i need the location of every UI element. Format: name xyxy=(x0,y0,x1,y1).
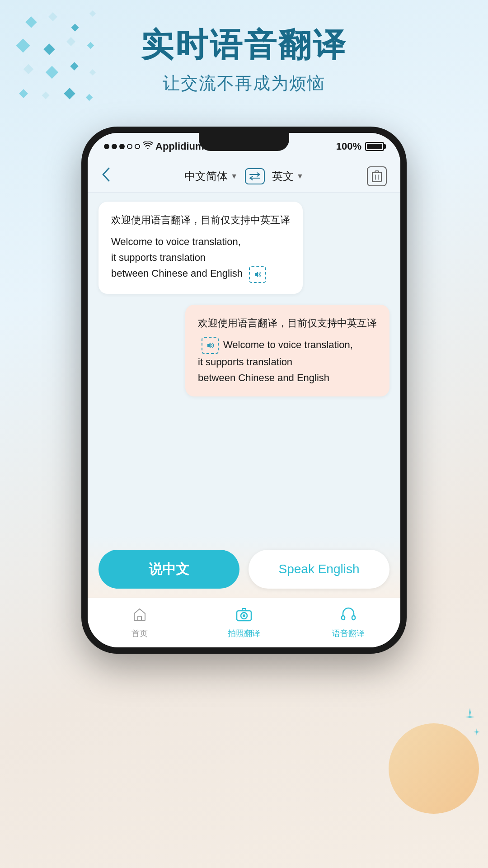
dot3 xyxy=(119,144,125,149)
tab-photo-label: 拍照翻译 xyxy=(228,628,260,639)
tab-bar: 首页 拍照翻译 xyxy=(88,598,400,647)
tab-voice[interactable]: 语音翻译 xyxy=(296,607,400,639)
tab-home-label: 首页 xyxy=(131,628,148,639)
speaker-button-right[interactable] xyxy=(202,337,219,354)
trash-area xyxy=(364,166,387,186)
bubble-left-chinese: 欢迎使用语言翻译，目前仅支持中英互译 xyxy=(111,212,290,227)
chat-area: 欢迎使用语言翻译，目前仅支持中英互译 Welcome to voice tran… xyxy=(88,193,400,536)
phone-outer: Applidium 11:27 AM 100% xyxy=(81,127,407,654)
bottom-action-area: 说中文 Speak English xyxy=(88,536,400,598)
dot1 xyxy=(104,144,109,149)
message-bubble-right: 欢迎使用语言翻译，目前仅支持中英互译 Welcome to voice tran… xyxy=(185,305,389,397)
target-language-button[interactable]: 英文 ▼ xyxy=(272,169,304,184)
tab-home[interactable]: 首页 xyxy=(88,607,192,639)
dot2 xyxy=(112,144,117,149)
page-header: 实时语音翻译 让交流不再成为烦恼 xyxy=(0,0,488,95)
back-button[interactable] xyxy=(101,167,124,186)
battery-icon xyxy=(365,142,384,151)
signal-dots xyxy=(104,144,140,149)
status-right: 100% xyxy=(336,141,384,152)
phone-notch xyxy=(199,133,289,151)
phone-mockup: Applidium 11:27 AM 100% xyxy=(81,127,407,654)
target-lang-arrow: ▼ xyxy=(296,172,304,180)
svg-rect-8 xyxy=(342,616,345,620)
dot5 xyxy=(135,144,140,149)
speaker-button-left[interactable] xyxy=(249,266,266,283)
bubble-right-english: Welcome to voice translation,it supports… xyxy=(198,337,377,386)
bubble-right-chinese: 欢迎使用语言翻译，目前仅支持中英互译 xyxy=(198,316,377,330)
phone-inner: Applidium 11:27 AM 100% xyxy=(88,133,400,647)
svg-point-7 xyxy=(243,614,245,617)
camera-icon xyxy=(236,607,252,625)
swap-language-button[interactable] xyxy=(245,168,265,184)
battery-fill xyxy=(367,144,382,149)
page-title: 实时语音翻译 xyxy=(0,27,488,63)
carrier-label: Applidium xyxy=(155,141,204,152)
message-bubble-left: 欢迎使用语言翻译，目前仅支持中英互译 Welcome to voice tran… xyxy=(99,202,303,294)
source-language-label: 中文简体 xyxy=(184,169,228,184)
dot4 xyxy=(127,144,132,149)
bubble-left-english: Welcome to voice translation,it supports… xyxy=(111,234,290,283)
nav-bar: 中文简体 ▼ 英文 ▼ xyxy=(88,160,400,193)
home-icon xyxy=(132,607,147,625)
headphone-icon xyxy=(340,607,357,625)
speak-chinese-button[interactable]: 说中文 xyxy=(99,550,239,589)
language-selector: 中文简体 ▼ 英文 ▼ xyxy=(124,168,364,184)
battery-percent: 100% xyxy=(336,141,361,152)
tab-voice-label: 语音翻译 xyxy=(332,628,365,639)
svg-rect-4 xyxy=(138,616,141,621)
page-subtitle: 让交流不再成为烦恼 xyxy=(0,72,488,95)
svg-rect-0 xyxy=(372,173,381,182)
wifi-icon xyxy=(143,142,153,152)
speak-english-button[interactable]: Speak English xyxy=(249,550,389,589)
trash-button[interactable] xyxy=(367,166,387,186)
source-language-button[interactable]: 中文简体 ▼ xyxy=(184,169,238,184)
target-language-label: 英文 xyxy=(272,169,294,184)
svg-rect-9 xyxy=(352,616,355,620)
source-lang-arrow: ▼ xyxy=(230,172,238,180)
decorative-sparkles xyxy=(456,703,483,741)
status-left: Applidium xyxy=(104,141,204,152)
tab-photo[interactable]: 拍照翻译 xyxy=(192,607,296,639)
